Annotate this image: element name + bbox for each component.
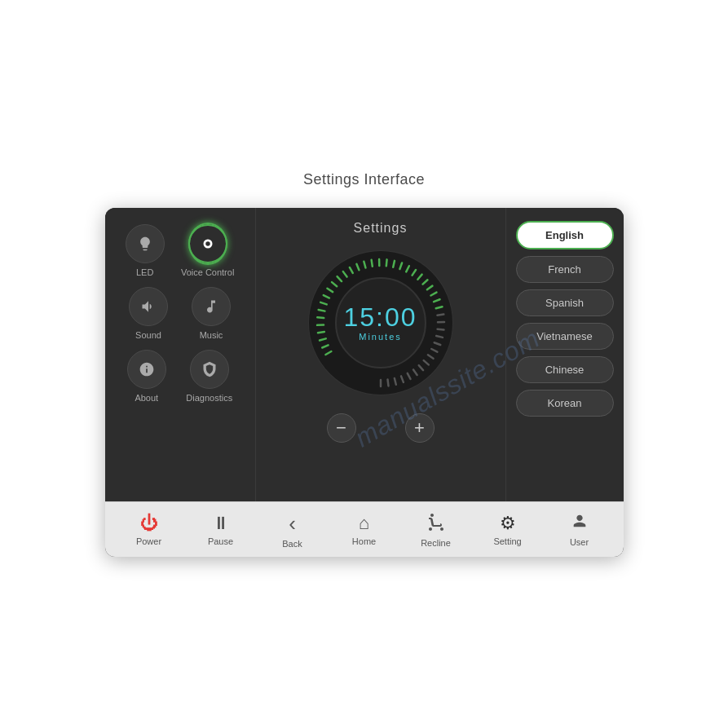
about-button[interactable]: About xyxy=(127,350,166,403)
svg-line-36 xyxy=(436,336,443,338)
svg-line-9 xyxy=(317,317,324,318)
svg-line-20 xyxy=(371,260,372,267)
back-icon: ‹ xyxy=(289,511,296,536)
recline-icon xyxy=(426,512,446,536)
svg-line-35 xyxy=(437,329,443,330)
dial-controls: − + xyxy=(327,413,435,443)
home-icon: ⌂ xyxy=(359,513,369,534)
user-icon xyxy=(571,512,589,535)
icon-row-3: About Diagnostics xyxy=(117,350,243,403)
recline-button[interactable]: Recline xyxy=(412,512,461,548)
pause-icon: ⏸ xyxy=(212,513,230,534)
timer-label: Minutes xyxy=(343,332,417,342)
center-panel: Settings // This won't run in SVG, draw … xyxy=(256,208,505,501)
svg-line-22 xyxy=(386,259,386,266)
led-icon xyxy=(126,224,165,263)
svg-line-33 xyxy=(437,315,443,315)
home-label: Home xyxy=(352,536,376,546)
sound-icon xyxy=(129,287,168,326)
voice-control-label: Voice Control xyxy=(181,267,234,277)
music-label: Music xyxy=(200,330,223,340)
setting-button[interactable]: ⚙ Setting xyxy=(483,513,532,546)
diagnostics-label: Diagnostics xyxy=(186,393,232,403)
icon-row-2: Sound Music xyxy=(117,287,243,340)
lang-french-button[interactable]: French xyxy=(516,256,614,283)
diagnostics-button[interactable]: Diagnostics xyxy=(186,350,232,403)
back-button[interactable]: ‹ Back xyxy=(268,511,317,549)
setting-label: Setting xyxy=(493,536,521,546)
power-button[interactable]: ⏻ Power xyxy=(125,513,174,546)
svg-line-23 xyxy=(393,261,395,267)
pause-label: Pause xyxy=(208,536,233,546)
icon-row-1: LED Voice Control xyxy=(117,224,243,277)
timer-dial: // This won't run in SVG, draw manually xyxy=(303,245,458,400)
music-button[interactable]: Music xyxy=(192,287,231,340)
recline-label: Recline xyxy=(421,538,451,548)
lang-spanish-button[interactable]: Spanish xyxy=(516,289,614,316)
lang-korean-button[interactable]: Korean xyxy=(516,390,614,417)
power-label: Power xyxy=(136,536,161,546)
led-label: LED xyxy=(136,267,153,277)
bottom-bar: ⏻ Power ⏸ Pause ‹ Back ⌂ Home xyxy=(105,501,624,557)
svg-line-7 xyxy=(317,332,324,333)
back-label: Back xyxy=(282,539,302,549)
about-icon xyxy=(127,350,166,389)
music-icon xyxy=(192,287,231,326)
led-button[interactable]: LED xyxy=(126,224,165,277)
voice-control-icon xyxy=(188,224,227,263)
plus-button[interactable]: + xyxy=(405,413,435,443)
lang-english-button[interactable]: English xyxy=(516,221,614,249)
svg-point-0 xyxy=(203,240,212,249)
svg-point-1 xyxy=(205,241,210,246)
right-panel: English French Spanish Vietnamese Chines… xyxy=(505,208,624,501)
setting-icon: ⚙ xyxy=(500,513,516,534)
lang-chinese-button[interactable]: Chinese xyxy=(516,356,614,383)
user-button[interactable]: User xyxy=(555,512,604,547)
left-panel: LED Voice Control xyxy=(105,208,256,501)
diagnostics-icon xyxy=(190,350,229,389)
home-button[interactable]: ⌂ Home xyxy=(340,513,389,546)
power-icon: ⏻ xyxy=(140,513,158,534)
user-label: User xyxy=(570,537,589,547)
svg-line-10 xyxy=(318,310,324,311)
lang-vietnamese-button[interactable]: Vietnamese xyxy=(516,323,614,350)
pause-button[interactable]: ⏸ Pause xyxy=(196,513,245,546)
about-label: About xyxy=(135,393,158,403)
sound-label: Sound xyxy=(135,330,161,340)
sound-button[interactable]: Sound xyxy=(129,287,168,340)
minus-button[interactable]: − xyxy=(327,413,356,443)
svg-line-46 xyxy=(387,379,388,386)
settings-title: Settings xyxy=(354,221,408,236)
page-title: Settings Interface xyxy=(303,171,425,188)
voice-control-button[interactable]: Voice Control xyxy=(181,224,234,277)
device-frame: LED Voice Control xyxy=(105,208,624,557)
timer-display: 15:00 xyxy=(343,304,417,330)
